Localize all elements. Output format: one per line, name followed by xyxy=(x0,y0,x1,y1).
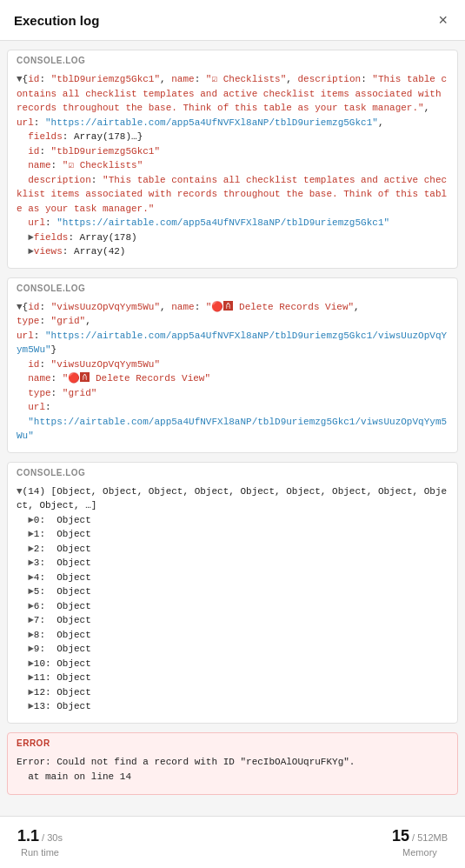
content-area: CONSOLE.LOG ▼{id: "tblD9uriemzg5Gkc1", n… xyxy=(0,41,465,816)
memory-value: 15 / 512MB xyxy=(392,827,448,845)
console-block-1: CONSOLE.LOG ▼{id: "tblD9uriemzg5Gkc1", n… xyxy=(7,50,458,269)
console-label-1: CONSOLE.LOG xyxy=(8,50,457,69)
row-2-expand[interactable]: ► xyxy=(28,544,34,554)
close-button[interactable]: × xyxy=(435,10,451,30)
run-time-label: Run time xyxy=(21,847,59,858)
console-body-2: ▼{id: "viwsUuzOpVqYym5Wu", name: "🔴🅰 Del… xyxy=(8,297,457,452)
run-time-value: 1.1 / 30s xyxy=(17,827,63,845)
memory-stat: 15 / 512MB Memory xyxy=(392,827,448,858)
views-expand-icon[interactable]: ► xyxy=(28,246,34,257)
row-10-expand[interactable]: ► xyxy=(28,658,34,669)
fields-expand-icon[interactable]: ► xyxy=(28,232,34,243)
row-12-expand[interactable]: ► xyxy=(28,687,34,698)
row-13-expand[interactable]: ► xyxy=(28,701,34,711)
error-line1: Error: Could not find a record with ID "… xyxy=(17,757,355,767)
expand-icon-1[interactable]: ▼ xyxy=(17,74,23,84)
error-label: ERROR xyxy=(8,733,457,751)
error-block: ERROR Error: Could not find a record wit… xyxy=(7,732,458,795)
error-line2: at main on line 14 xyxy=(17,771,131,782)
console-body-3: ▼(14) [Object, Object, Object, Object, O… xyxy=(8,481,457,723)
header: Execution log × xyxy=(0,0,465,41)
run-time-stat: 1.1 / 30s Run time xyxy=(17,827,63,858)
console-label-3: CONSOLE.LOG xyxy=(8,463,457,481)
row-1-expand[interactable]: ► xyxy=(28,529,34,539)
console-label-2: CONSOLE.LOG xyxy=(8,278,457,297)
expand-icon-2[interactable]: ▼ xyxy=(17,302,23,312)
error-body: Error: Could not find a record with ID "… xyxy=(8,751,457,794)
row-3-expand[interactable]: ► xyxy=(28,558,34,568)
expand-icon-3[interactable]: ▼ xyxy=(17,486,23,497)
row-5-expand[interactable]: ► xyxy=(28,586,34,597)
row-0-expand[interactable]: ► xyxy=(28,515,34,525)
row-11-expand[interactable]: ► xyxy=(28,672,34,683)
console-body-1: ▼{id: "tblD9uriemzg5Gkc1", name: "☑ Chec… xyxy=(8,69,457,268)
row-8-expand[interactable]: ► xyxy=(28,630,34,640)
row-7-expand[interactable]: ► xyxy=(28,615,34,625)
row-9-expand[interactable]: ► xyxy=(28,644,34,654)
footer: 1.1 / 30s Run time 15 / 512MB Memory xyxy=(0,816,465,868)
row-4-expand[interactable]: ► xyxy=(28,572,34,583)
page-title: Execution log xyxy=(14,13,99,28)
memory-label: Memory xyxy=(402,847,437,858)
console-block-3: CONSOLE.LOG ▼(14) [Object, Object, Objec… xyxy=(7,462,458,724)
console-block-2: CONSOLE.LOG ▼{id: "viwsUuzOpVqYym5Wu", n… xyxy=(7,277,458,453)
row-6-expand[interactable]: ► xyxy=(28,601,34,611)
